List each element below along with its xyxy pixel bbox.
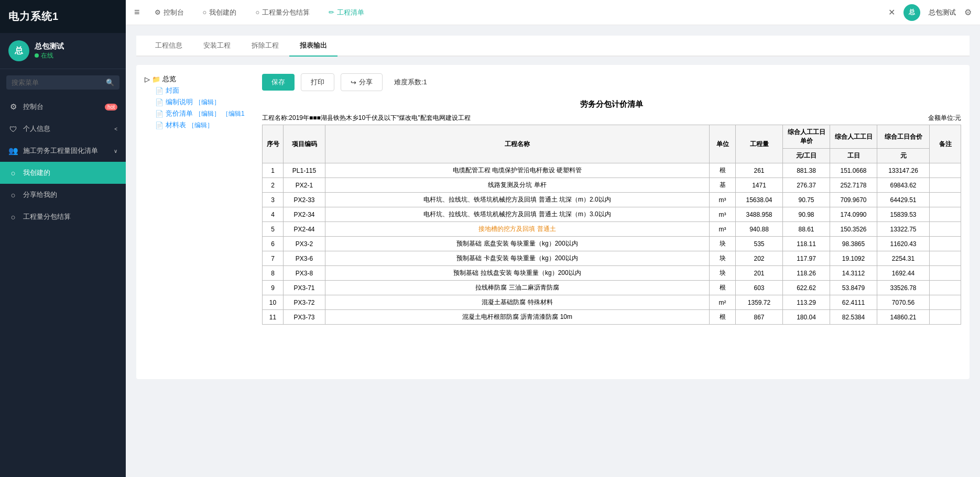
cell-name: 预制基础 拉线盘安装 每块重量（kg）200以内 <box>325 266 710 281</box>
chevron-icon: < <box>114 126 117 132</box>
cell-unit-manday: 90.98 <box>783 207 830 222</box>
sub-header-total: 元 <box>877 149 930 163</box>
tree-quote-edit2[interactable]: ［编辑1 <box>222 109 245 118</box>
cell-qty: 603 <box>736 281 783 295</box>
cell-qty: 261 <box>736 163 783 178</box>
tree-compile-edit[interactable]: ［编辑］ <box>195 98 220 107</box>
table-row: 1 PL1-115 电缆配管工程 电缆保护管沿电杆敷设 硬塑料管 根 261 8… <box>263 163 961 178</box>
col-header-code: 项目编码 <box>284 125 325 163</box>
cell-seq: 7 <box>263 251 284 266</box>
cell-unit-manday: 180.04 <box>783 310 830 325</box>
topbar-nav-subcontract[interactable]: ○ 工程量分包结算 <box>251 6 314 19</box>
tree-expand-icon[interactable]: ▷ <box>145 75 150 83</box>
tree-cover-label[interactable]: 封面 <box>166 86 179 95</box>
col-header-unit-manday: 综合人工工日单价 <box>783 125 830 149</box>
doc-icon-cover: 📄 <box>155 87 164 95</box>
cell-name: 预制基础 卡盘安装 每块重量（kg）200以内 <box>325 251 710 266</box>
cell-unit: m² <box>710 295 736 310</box>
sidebar-item-personal[interactable]: 🛡 个人信息 < <box>0 118 126 140</box>
cell-qty: 1359.72 <box>736 295 783 310</box>
dashboard-icon: ⚙ <box>8 102 18 112</box>
tree-compile-label[interactable]: 编制说明 <box>166 97 193 107</box>
cell-qty: 535 <box>736 237 783 251</box>
tab-install-project[interactable]: 安装工程 <box>193 36 241 57</box>
settings-icon[interactable]: ⚙ <box>964 7 972 17</box>
app-title: 电力系统1 <box>8 10 59 22</box>
cell-qty: 202 <box>736 251 783 266</box>
cell-unit-manday: 622.62 <box>783 281 830 295</box>
topbar-circle-icon-2: ○ <box>255 8 259 16</box>
tabs-bar: 工程信息 安装工程 拆除工程 报表输出 <box>136 36 970 57</box>
cell-remark <box>930 178 961 193</box>
cell-total: 133147.26 <box>877 163 930 178</box>
cell-code: PL1-115 <box>284 163 325 178</box>
col-header-total: 综合工日合价 <box>877 125 930 149</box>
folder-icon: 📁 <box>152 75 160 83</box>
cell-remark <box>930 251 961 266</box>
report-table: 序号 项目编码 工程名称 单位 工程量 综合人工工日单价 综合人工工日 综合工日… <box>262 125 961 325</box>
cell-unit: 根 <box>710 163 736 178</box>
sidebar-item-subcontract[interactable]: ○ 工程量分包结算 <box>0 206 126 228</box>
topbar-username: 总包测试 <box>929 8 956 17</box>
cell-unit: m³ <box>710 207 736 222</box>
col-header-unit: 单位 <box>710 125 736 163</box>
cell-code: PX3-71 <box>284 281 325 295</box>
cell-unit-manday: 118.26 <box>783 266 830 281</box>
cell-unit-manday: 113.29 <box>783 295 830 310</box>
cell-manday: 151.0668 <box>830 163 877 178</box>
tab-report-output[interactable]: 报表输出 <box>289 36 337 57</box>
cell-name: 拉线棒防腐 三油二麻沥青防腐 <box>325 281 710 295</box>
sidebar-item-shared[interactable]: ○ 分享给我的 <box>0 184 126 206</box>
sidebar-item-my-created[interactable]: ○ 我创建的 <box>0 162 126 184</box>
sidebar-item-dashboard[interactable]: ⚙ 控制台 hot <box>0 96 126 118</box>
chevron-down-icon: ∨ <box>114 148 117 154</box>
cell-unit: m³ <box>710 193 736 207</box>
tree-material-label[interactable]: 材料表 <box>166 120 186 130</box>
search-icon: 🔍 <box>106 79 114 86</box>
topbar-dashboard-icon: ⚙ <box>155 8 161 16</box>
col-header-seq: 序号 <box>263 125 284 163</box>
cell-name: 预制基础 底盘安装 每块重量（kg）200以内 <box>325 237 710 251</box>
tree-item-material: 📄 材料表 ［编辑］ <box>155 119 249 131</box>
report-header-row: 工程名称:2019年■■■湖县铁热木乡10千伏及以下"煤改电"配套电网建设工程 … <box>262 114 961 123</box>
cell-unit: 块 <box>710 266 736 281</box>
tree-quote-label[interactable]: 竞价清单 <box>166 109 193 118</box>
close-icon[interactable]: ✕ <box>888 7 895 17</box>
doc-icon-quote: 📄 <box>155 110 164 118</box>
cell-unit: 块 <box>710 237 736 251</box>
cell-remark <box>930 281 961 295</box>
cell-total: 69843.62 <box>877 178 930 193</box>
cell-remark <box>930 310 961 325</box>
topbar-nav-dashboard[interactable]: ⚙ 控制台 <box>150 6 188 19</box>
print-button[interactable]: 打印 <box>301 73 334 91</box>
cell-unit: 块 <box>710 251 736 266</box>
share-button[interactable]: ↪ 分享 <box>341 73 383 91</box>
project-name: 工程名称:2019年■■■湖县铁热木乡10千伏及以下"煤改电"配套电网建设工程 <box>262 114 471 123</box>
tree-material-edit[interactable]: ［编辑］ <box>188 121 213 130</box>
hamburger-icon[interactable]: ≡ <box>134 7 140 18</box>
topbar-nav-project-list[interactable]: ✏ 工程清单 <box>324 6 368 19</box>
sidebar-item-fixed-list[interactable]: 👥 施工劳务工程量固化清单 ∨ <box>0 140 126 162</box>
table-row: 10 PX3-72 混凝土基础防腐 特殊材料 m² 1359.72 113.29… <box>263 295 961 310</box>
table-row: 6 PX3-2 预制基础 底盘安装 每块重量（kg）200以内 块 535 11… <box>263 237 961 251</box>
action-bar: 保存 打印 ↪ 分享 难度系数:1 <box>262 73 961 91</box>
save-button[interactable]: 保存 <box>262 74 295 91</box>
tab-demolish-project[interactable]: 拆除工程 <box>241 36 289 57</box>
cell-unit-manday: 276.37 <box>783 178 830 193</box>
cell-manday: 252.7178 <box>830 178 877 193</box>
cell-name: 电杆坑、拉线坑、铁塔坑机械挖方及回填 普通土 坑深（m）3.0以内 <box>325 207 710 222</box>
topbar: ≡ ⚙ 控制台 ○ 我创建的 ○ 工程量分包结算 ✏ 工程清单 ✕ 总 总包测试… <box>126 0 980 25</box>
cell-code: PX2-1 <box>284 178 325 193</box>
cell-unit-manday: 88.61 <box>783 222 830 237</box>
search-input[interactable] <box>12 79 103 86</box>
cell-seq: 6 <box>263 237 284 251</box>
doc-icon-compile: 📄 <box>155 98 164 106</box>
tree-quote-edit[interactable]: ［编辑］ <box>195 109 220 118</box>
table-row: 7 PX3-6 预制基础 卡盘安装 每块重量（kg）200以内 块 202 11… <box>263 251 961 266</box>
tab-project-info[interactable]: 工程信息 <box>145 36 193 57</box>
search-box[interactable]: 🔍 <box>6 75 119 90</box>
cell-code: PX2-44 <box>284 222 325 237</box>
cell-seq: 1 <box>263 163 284 178</box>
cell-total: 14860.21 <box>877 310 930 325</box>
topbar-nav-my-created[interactable]: ○ 我创建的 <box>199 6 241 19</box>
